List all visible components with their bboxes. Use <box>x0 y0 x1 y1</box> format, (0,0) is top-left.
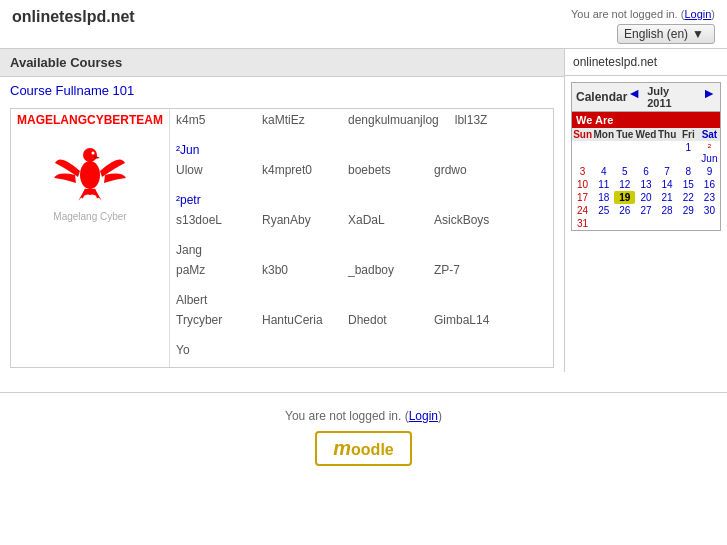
cal-cell-15[interactable]: 15 <box>678 178 699 191</box>
member: grdwo <box>434 163 504 177</box>
member: s13doeL <box>176 213 246 227</box>
page-header: onlineteslpd.net You are not logged in. … <box>0 0 727 49</box>
cal-cell-24[interactable]: 24 <box>572 204 593 217</box>
member: k4m5 <box>176 113 246 127</box>
we-are-bar: We Are <box>572 112 720 128</box>
cal-cell-26[interactable]: 26 <box>614 204 635 217</box>
cal-cell-3[interactable]: 3 <box>572 165 593 178</box>
cal-cell-13[interactable]: 13 <box>635 178 656 191</box>
logo-text: Magelang Cyber <box>17 211 163 222</box>
cal-cell-11[interactable]: 11 <box>593 178 614 191</box>
footer-login-link[interactable]: Login <box>409 409 438 423</box>
cal-cell[interactable] <box>593 141 614 165</box>
calendar-month-year: July 2011 <box>647 85 696 109</box>
available-courses-header: Available Courses <box>0 49 564 77</box>
member: ZP-7 <box>434 263 504 277</box>
cal-cell-29[interactable]: 29 <box>678 204 699 217</box>
cal-cell[interactable] <box>572 141 593 165</box>
calendar-prev-button[interactable]: ◄ <box>627 85 641 109</box>
moodle-logo[interactable]: moodle <box>315 431 411 466</box>
member: dengkulmuanjlog <box>348 113 439 127</box>
course-link[interactable]: Course Fullname 101 <box>0 77 564 104</box>
cal-cell <box>593 217 614 230</box>
we-are-label: We Are <box>576 114 613 126</box>
member: Albert <box>176 293 246 307</box>
member: ²petr <box>176 193 246 207</box>
day-label-thu: Thu <box>657 128 678 141</box>
member-row-1: k4m5 kaMtiEz dengkulmuanjlog lbl13Z ²Jun <box>176 113 547 157</box>
cal-cell-31[interactable]: 31 <box>572 217 593 230</box>
cal-cell-12[interactable]: 12 <box>614 178 635 191</box>
member: Ulow <box>176 163 246 177</box>
cal-cell-25[interactable]: 25 <box>593 204 614 217</box>
dropdown-arrow-icon: ▼ <box>692 27 704 41</box>
cal-cell-21[interactable]: 21 <box>657 191 678 204</box>
cal-cell-6[interactable]: 6 <box>635 165 656 178</box>
member: _badboy <box>348 263 418 277</box>
cal-cell-20[interactable]: 20 <box>635 191 656 204</box>
cal-cell-14[interactable]: 14 <box>657 178 678 191</box>
cal-cell-23[interactable]: 23 <box>699 191 720 204</box>
cal-cell-7[interactable]: 7 <box>657 165 678 178</box>
header-right: You are not logged in. (Login) English (… <box>571 8 715 44</box>
member: AsickBoys <box>434 213 504 227</box>
member: k3b0 <box>262 263 332 277</box>
available-courses-label: Available Courses <box>10 55 122 70</box>
cal-cell[interactable] <box>614 141 635 165</box>
member: GimbaL14 <box>434 313 504 327</box>
cal-cell-27[interactable]: 27 <box>635 204 656 217</box>
cal-cell-8[interactable]: 8 <box>678 165 699 178</box>
svg-point-1 <box>83 148 97 162</box>
cal-cell-17[interactable]: 17 <box>572 191 593 204</box>
calendar-grid: 1 ²Jun 3 4 5 6 7 8 9 10 11 12 13 14 15 1… <box>572 141 720 230</box>
member-row-4: paMz k3b0 _badboy ZP-7 Albert <box>176 263 547 307</box>
calendar-days-header: Sun Mon Tue Wed Thu Fri Sat <box>572 128 720 141</box>
cal-cell-10[interactable]: 10 <box>572 178 593 191</box>
cal-cell-18[interactable]: 18 <box>593 191 614 204</box>
cal-cell-9[interactable]: 9 <box>699 165 720 178</box>
member: Trycyber <box>176 313 246 327</box>
cal-cell-4[interactable]: 4 <box>593 165 614 178</box>
member-row-3: s13doeL RyanAby XaDaL AsickBoys Jang <box>176 213 547 257</box>
svg-point-5 <box>92 152 95 155</box>
page-footer: You are not logged in. (Login) moodle <box>0 392 727 482</box>
header-login-notice: You are not logged in. (Login) <box>571 8 715 20</box>
day-label-tue: Tue <box>614 128 635 141</box>
calendar-widget: Calendar ◄ July 2011 ► We Are Sun Mon Tu… <box>571 82 721 231</box>
calendar-next-button[interactable]: ► <box>702 85 716 109</box>
cal-cell-30[interactable]: 30 <box>699 204 720 217</box>
day-label-wed: Wed <box>635 128 656 141</box>
svg-point-0 <box>80 161 100 189</box>
cal-cell-5[interactable]: 5 <box>614 165 635 178</box>
member: lbl13Z <box>455 113 525 127</box>
course-table: MAGELANGCYBERTEAM <box>11 109 553 367</box>
calendar-nav: ◄ July 2011 ► <box>627 85 716 109</box>
course-block: MAGELANGCYBERTEAM <box>10 108 554 368</box>
member: RyanAby <box>262 213 332 227</box>
cal-cell <box>635 217 656 230</box>
member: Yo <box>176 343 246 357</box>
day-label-fri: Fri <box>678 128 699 141</box>
day-label-sun: Sun <box>572 128 593 141</box>
cal-cell-16[interactable]: 16 <box>699 178 720 191</box>
cal-cell[interactable] <box>657 141 678 165</box>
footer-login-notice: You are not logged in. (Login) <box>16 409 711 423</box>
member: boebets <box>348 163 418 177</box>
calendar-title: Calendar <box>576 90 627 104</box>
members-cell: k4m5 kaMtiEz dengkulmuanjlog lbl13Z ²Jun… <box>170 109 554 367</box>
cal-cell-19[interactable]: 19 <box>614 191 635 204</box>
cal-cell-28[interactable]: 28 <box>657 204 678 217</box>
moodle-icon: m <box>333 437 351 459</box>
cal-cell-1[interactable]: 1 <box>678 141 699 165</box>
cal-cell[interactable] <box>635 141 656 165</box>
language-selector[interactable]: English (en) ▼ <box>617 24 715 44</box>
cal-cell-22[interactable]: 22 <box>678 191 699 204</box>
member: k4mpret0 <box>262 163 332 177</box>
cal-cell <box>614 217 635 230</box>
site-name-display: onlineteslpd.net <box>565 49 727 76</box>
header-login-link[interactable]: Login <box>684 8 711 20</box>
cal-cell-2[interactable]: ²Jun <box>699 141 720 165</box>
day-label-sat: Sat <box>699 128 720 141</box>
member: XaDaL <box>348 213 418 227</box>
day-label-mon: Mon <box>593 128 614 141</box>
